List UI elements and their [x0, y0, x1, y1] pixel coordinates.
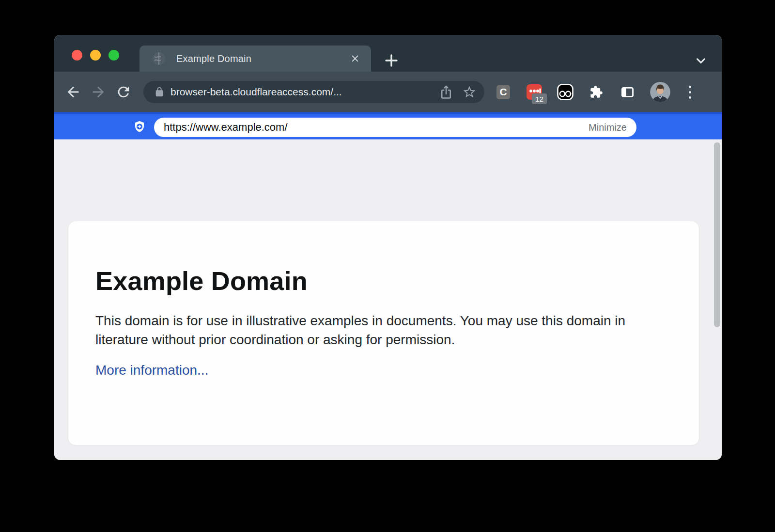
side-panel-icon	[621, 86, 634, 99]
remote-url-field[interactable]: https://www.example.com/ Minimize	[154, 118, 636, 137]
remote-url-value[interactable]: https://www.example.com/	[164, 121, 288, 134]
c-extension-icon: C	[496, 85, 510, 99]
extension-badge: 12	[532, 93, 547, 104]
extensions-area: C 12	[495, 82, 695, 102]
extension-goggles-button[interactable]	[557, 84, 574, 100]
tab-close-icon[interactable]	[350, 53, 360, 64]
back-button[interactable]	[65, 84, 81, 100]
fullscreen-window-button[interactable]	[108, 50, 119, 61]
reload-button[interactable]	[115, 84, 132, 100]
globe-favicon-icon	[152, 52, 166, 65]
traffic-lights	[72, 50, 119, 61]
cloudflare-access-bar: https://www.example.com/ Minimize	[54, 112, 722, 139]
tab-title: Example Domain	[176, 53, 251, 64]
shield-arrow-icon[interactable]	[133, 121, 146, 134]
tab-example-domain[interactable]: Example Domain	[140, 46, 371, 72]
extension-red-dots-button[interactable]: 12	[526, 84, 542, 100]
goggles-extension-icon	[557, 84, 574, 100]
profile-avatar[interactable]	[650, 82, 670, 102]
page-title: Example Domain	[95, 266, 672, 296]
star-icon[interactable]	[462, 85, 477, 99]
address-bar[interactable]: browser-beta.cloudflareaccess.com/...	[143, 81, 484, 103]
screen-background: Example Domain	[0, 0, 775, 532]
vertical-scrollbar-thumb[interactable]	[714, 142, 720, 327]
close-window-button[interactable]	[72, 50, 82, 61]
content-card: Example Domain This domain is for use in…	[68, 221, 699, 445]
minimize-button[interactable]: Minimize	[589, 122, 627, 133]
extension-c-button[interactable]: C	[495, 84, 512, 100]
side-panel-button[interactable]	[619, 84, 636, 100]
lock-icon[interactable]	[154, 87, 165, 97]
share-icon[interactable]	[439, 85, 453, 99]
more-information-link[interactable]: More information...	[95, 363, 208, 378]
browser-window: Example Domain	[54, 35, 722, 460]
tab-strip: Example Domain	[54, 35, 722, 72]
page-url: browser-beta.cloudflareaccess.com/...	[170, 86, 342, 98]
extensions-puzzle-button[interactable]	[588, 84, 604, 100]
minimize-window-button[interactable]	[90, 50, 101, 61]
puzzle-icon	[589, 85, 603, 99]
forward-button[interactable]	[90, 84, 107, 100]
chevron-down-icon[interactable]	[694, 53, 708, 68]
new-tab-button[interactable]	[384, 53, 399, 68]
page-paragraph: This domain is for use in illustrative e…	[95, 311, 655, 349]
kebab-menu-icon[interactable]	[685, 86, 695, 99]
page-viewport: Example Domain This domain is for use in…	[54, 139, 722, 460]
navigation-toolbar: browser-beta.cloudflareaccess.com/... C	[54, 72, 722, 112]
